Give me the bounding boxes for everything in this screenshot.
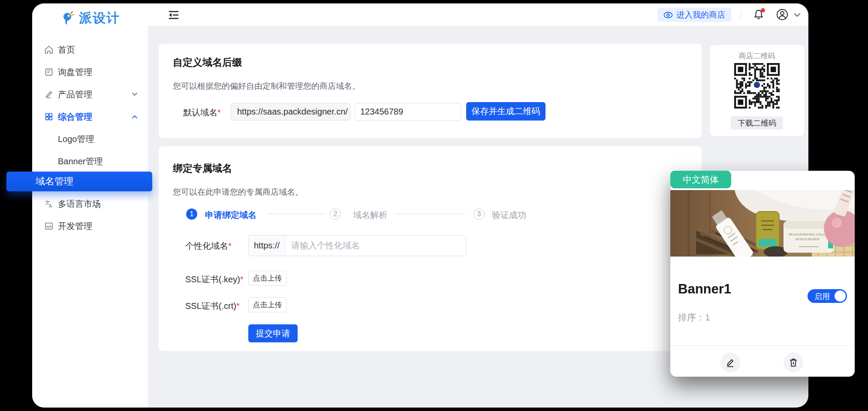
banner-delete-button[interactable] <box>784 353 803 372</box>
sidebar-item-logo-mgmt[interactable]: Logo管理 <box>32 130 148 148</box>
required-mark: * <box>228 241 232 251</box>
step-3-label: 验证成功 <box>492 209 526 221</box>
sidebar-item-domain-mgmt-active[interactable]: 域名管理 <box>6 172 152 191</box>
step-3-circle: 3 <box>473 209 485 220</box>
sidebar-item-dev[interactable]: 开发管理 <box>32 218 148 235</box>
inquiry-form-icon <box>44 67 54 77</box>
topbar-divider <box>741 10 741 19</box>
store-qr-card: 商店二维码 下载二维码 <box>710 45 804 136</box>
language-tag: 中文简体 <box>670 171 731 188</box>
code-window-icon <box>44 221 54 231</box>
trash-icon <box>788 357 799 368</box>
sidebar-item-label: 开发管理 <box>58 221 92 232</box>
step-1-label: 申请绑定域名 <box>205 209 256 221</box>
step-1-circle: 1 <box>186 209 197 220</box>
banner-sort: 排序：1 <box>678 311 710 323</box>
card-desc: 您可以根据您的偏好自由定制和管理您的商店域名。 <box>173 81 360 92</box>
ssl-key-label: SSL证书(.key)* <box>185 274 244 285</box>
required-mark: * <box>217 108 221 117</box>
sidebar-collapse-icon[interactable] <box>169 11 179 19</box>
submit-application-button[interactable]: 提交申请 <box>248 324 298 342</box>
personal-domain-input-group: https:// <box>248 235 466 256</box>
required-mark: * <box>240 275 244 284</box>
https-prefix-addon: https:// <box>249 236 285 256</box>
enter-store-label: 进入我的商店 <box>676 9 725 21</box>
upload-ssl-key-button[interactable]: 点击上传 <box>248 271 286 286</box>
banner-card-divider <box>670 345 855 346</box>
card-title: 自定义域名后缀 <box>173 56 242 69</box>
banner-edit-button[interactable] <box>720 353 740 372</box>
sidebar-item-products[interactable]: 产品管理 <box>32 86 148 103</box>
user-avatar-icon[interactable] <box>776 9 788 21</box>
grid-apps-icon <box>44 112 54 121</box>
upload-ssl-crt-button[interactable]: 点击上传 <box>248 297 286 312</box>
banner-sort-value: 1 <box>705 312 710 322</box>
sidebar-item-inquiry[interactable]: 询盘管理 <box>32 63 148 81</box>
personal-domain-label: 个性化域名* <box>185 240 232 252</box>
banner-title: Banner1 <box>678 281 731 297</box>
notification-badge <box>761 8 765 12</box>
personal-domain-input[interactable] <box>285 236 466 256</box>
required-mark: * <box>236 301 240 311</box>
cosmetics-photo-illustration: REJUVENATING COLLAGEN MOISTURISER <box>670 190 855 257</box>
step-connector <box>268 214 325 214</box>
svg-text:MOISTURISER: MOISTURISER <box>796 237 820 241</box>
sidebar-item-banner-mgmt[interactable]: Banner管理 <box>32 153 148 170</box>
sidebar-item-label: 多语言市场 <box>58 198 101 210</box>
card-desc: 您可以在此申请您的专属商店域名。 <box>173 187 303 198</box>
notification-bell-icon[interactable] <box>753 9 764 20</box>
step-connector <box>395 214 465 214</box>
ssl-crt-label: SSL证书(.crt)* <box>185 300 240 312</box>
banner-preview-card: 中文简体 <box>670 171 855 377</box>
sidebar-item-label: Banner管理 <box>58 156 103 167</box>
svg-text:A: A <box>49 203 52 209</box>
toggle-knob <box>835 290 846 302</box>
chevron-up-icon <box>132 115 138 119</box>
domain-prefix-addon: https://saas.packdesigner.cn/ <box>231 103 350 121</box>
domain-suffix-input[interactable] <box>355 103 461 121</box>
brand-logo: 派设计 <box>32 9 148 27</box>
banner-photo: REJUVENATING COLLAGEN MOISTURISER <box>670 190 855 257</box>
default-domain-label: 默认域名* <box>183 107 221 118</box>
qr-card-title: 商店二维码 <box>710 51 804 61</box>
card-title: 绑定专属域名 <box>173 162 232 175</box>
sidebar-item-general[interactable]: 综合管理 <box>32 108 148 125</box>
edit-pencil-icon <box>725 357 735 368</box>
sidebar-item-label: 询盘管理 <box>58 66 92 78</box>
chevron-down-icon <box>132 92 138 97</box>
bind-domain-card: 绑定专属域名 您可以在此申请您的专属商店域名。 1 申请绑定域名 2 域名解析 … <box>159 146 702 351</box>
toggle-label: 启用 <box>814 291 830 302</box>
step-2-label: 域名解析 <box>353 209 387 221</box>
sidebar-item-label: 域名管理 <box>36 175 73 188</box>
home-icon <box>44 45 54 54</box>
sidebar-item-label: 产品管理 <box>58 89 92 100</box>
sidebar-item-label: 首页 <box>58 44 75 56</box>
sidebar-item-home[interactable]: 首页 <box>32 41 148 58</box>
sidebar-item-multilang[interactable]: 文 A 多语言市场 <box>32 195 148 212</box>
translate-icon: 文 A <box>44 199 54 209</box>
sidebar: 派设计 首页 询盘管理 产品管理 <box>32 3 148 408</box>
sidebar-item-label: 综合管理 <box>58 111 92 123</box>
banner-enable-toggle[interactable]: 启用 <box>808 289 847 303</box>
download-qr-button[interactable]: 下载二维码 <box>731 116 783 130</box>
sidebar-item-label: Logo管理 <box>58 133 94 145</box>
save-generate-qr-button[interactable]: 保存并生成二维码 <box>466 102 546 121</box>
enter-store-button[interactable]: 进入我的商店 <box>657 8 731 22</box>
brand-name: 派设计 <box>79 9 120 27</box>
brand-bird-icon <box>60 10 75 26</box>
pencil-icon <box>44 90 54 99</box>
account-menu-chevron-icon[interactable] <box>794 13 801 17</box>
store-qr-code <box>734 63 780 109</box>
custom-domain-suffix-card: 自定义域名后缀 您可以根据您的偏好自由定制和管理您的商店域名。 默认域名* ht… <box>159 44 702 138</box>
step-2-circle: 2 <box>330 209 341 220</box>
eye-icon <box>663 12 673 18</box>
